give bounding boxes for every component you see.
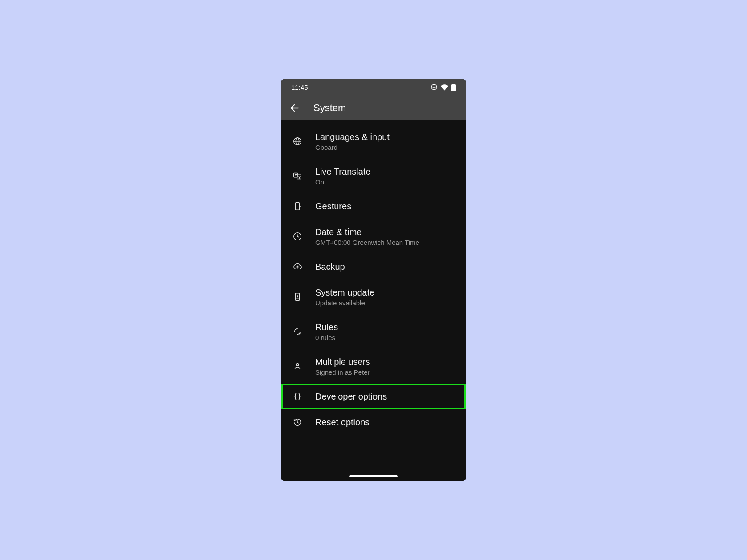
settings-list[interactable]: Languages & input Gboard Live Translate …: [281, 120, 466, 481]
rules-icon: [292, 326, 303, 337]
svg-rect-10: [295, 203, 299, 210]
setting-subtitle: On: [315, 178, 371, 186]
setting-subtitle: Gboard: [315, 144, 390, 151]
setting-date-time[interactable]: Date & time GMT+00:00 Greenwich Mean Tim…: [281, 219, 466, 254]
setting-title: Date & time: [315, 227, 419, 237]
setting-languages-input[interactable]: Languages & input Gboard: [281, 124, 466, 159]
do-not-disturb-icon: [430, 84, 438, 91]
setting-gestures[interactable]: Gestures: [281, 193, 466, 219]
app-bar: System: [281, 95, 466, 120]
clock-icon: [292, 231, 303, 242]
setting-text: Multiple users Signed in as Peter: [315, 356, 370, 376]
setting-title: System update: [315, 287, 374, 298]
code-braces-icon: [292, 391, 303, 402]
gesture-icon: [292, 201, 303, 212]
setting-title: Gestures: [315, 201, 351, 212]
cloud-upload-icon: [292, 261, 303, 272]
svg-point-16: [299, 333, 301, 335]
back-button[interactable]: [289, 103, 300, 113]
wifi-icon: [441, 84, 448, 91]
restore-icon: [292, 417, 303, 428]
battery-icon: [451, 84, 456, 91]
setting-subtitle: Update available: [315, 299, 374, 307]
setting-subtitle: Signed in as Peter: [315, 368, 370, 376]
setting-title: Rules: [315, 322, 338, 332]
setting-title: Live Translate: [315, 166, 371, 177]
setting-title: Multiple users: [315, 356, 370, 367]
setting-live-translate[interactable]: Live Translate On: [281, 159, 466, 193]
setting-developer-options[interactable]: Developer options: [281, 384, 466, 409]
svg-rect-3: [453, 84, 454, 84]
status-icons: [430, 84, 456, 91]
navigation-handle[interactable]: [349, 475, 398, 477]
system-update-icon: [292, 292, 303, 302]
globe-icon: [292, 136, 303, 147]
translate-icon: [292, 171, 303, 181]
setting-text: Languages & input Gboard: [315, 132, 390, 151]
phone-frame: 11:45 System Languages & input Gbo: [281, 79, 466, 481]
setting-title: Languages & input: [315, 132, 390, 142]
setting-text: Rules 0 rules: [315, 322, 338, 341]
status-time: 11:45: [291, 84, 308, 91]
setting-text: Live Translate On: [315, 166, 371, 186]
setting-text: System update Update available: [315, 287, 374, 307]
setting-rules[interactable]: Rules 0 rules: [281, 314, 466, 349]
setting-system-update[interactable]: System update Update available: [281, 280, 466, 314]
setting-multiple-users[interactable]: Multiple users Signed in as Peter: [281, 349, 466, 384]
svg-rect-2: [451, 84, 456, 91]
setting-reset-options[interactable]: Reset options: [281, 409, 466, 435]
setting-text: Reset options: [315, 417, 369, 428]
setting-title: Developer options: [315, 391, 387, 402]
setting-subtitle: GMT+00:00 Greenwich Mean Time: [315, 239, 419, 246]
setting-text: Gestures: [315, 201, 351, 212]
status-bar: 11:45: [281, 79, 466, 95]
page-title: System: [313, 102, 346, 114]
setting-backup[interactable]: Backup: [281, 254, 466, 280]
person-icon: [292, 361, 303, 372]
setting-text: Developer options: [315, 391, 387, 402]
setting-subtitle: 0 rules: [315, 334, 338, 341]
setting-text: Date & time GMT+00:00 Greenwich Mean Tim…: [315, 227, 419, 246]
setting-title: Reset options: [315, 417, 369, 428]
setting-title: Backup: [315, 261, 345, 272]
svg-point-17: [296, 364, 299, 366]
setting-text: Backup: [315, 261, 345, 272]
